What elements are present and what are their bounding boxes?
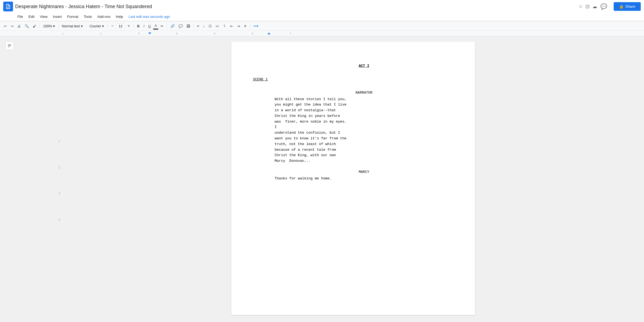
bullet-list-button[interactable]: ≔ [214, 23, 221, 29]
italic-button[interactable]: I [142, 23, 146, 29]
toolbar-divider-4 [107, 23, 108, 29]
svg-rect-1 [7, 7, 9, 8]
ruler: 1 2 3 4 5 6 7 [0, 31, 644, 36]
menu-help[interactable]: Help [114, 14, 125, 20]
toolbar-divider-7 [193, 23, 194, 29]
svg-rect-2 [7, 8, 8, 8]
editing-mode-button[interactable]: ✏▾ [252, 23, 260, 29]
line-numbers: 1 2 3 4 [58, 139, 60, 222]
ruler-mark-7: 7 [290, 32, 291, 35]
text-color-button[interactable]: A [153, 22, 159, 29]
cloud-icon[interactable]: ☁ [592, 4, 597, 9]
font-chevron-icon: ▾ [102, 24, 104, 28]
outline-icon[interactable] [5, 42, 14, 50]
ruler-mark-4: 4 [176, 32, 177, 35]
toolbar-divider-5 [134, 23, 134, 29]
menu-insert[interactable]: Insert [51, 14, 64, 20]
menu-tools[interactable]: Tools [82, 14, 94, 20]
toolbar-divider-2 [58, 23, 58, 29]
font-select[interactable]: Courier ▾ [88, 23, 106, 29]
left-margin: 1 2 3 4 [0, 36, 62, 322]
zoom-chevron-icon: ▾ [53, 24, 55, 28]
star-icon[interactable]: ☆ [578, 4, 583, 9]
zoom-select[interactable]: 100% ▾ [41, 23, 57, 29]
increase-indent-button[interactable]: ⇥ [235, 23, 242, 29]
font-size-input[interactable] [116, 23, 125, 29]
font-size-increase[interactable]: + [125, 23, 132, 29]
svg-rect-4 [8, 45, 11, 46]
decrease-indent-button[interactable]: ⇤ [229, 23, 235, 29]
svg-rect-5 [8, 47, 10, 47]
image-button[interactable]: 🖼 [185, 23, 192, 29]
toolbar-divider-3 [86, 23, 86, 29]
toolbar-divider-1 [40, 23, 40, 29]
redo-button[interactable]: ↪ [9, 23, 15, 29]
folder-icon[interactable]: ⊡ [586, 4, 590, 9]
clear-format-button[interactable]: ✕ [242, 23, 248, 29]
share-button[interactable]: 🔒 Share [614, 2, 641, 11]
narrator-dialogue[interactable]: With all these stories I tell you, you m… [275, 97, 453, 164]
menu-view[interactable]: View [38, 14, 50, 20]
comment-button[interactable]: 💬 [177, 23, 184, 29]
toolbar-divider-8 [250, 23, 250, 29]
font-size-decrease[interactable]: − [109, 23, 116, 29]
marcy-dialogue[interactable]: Thanks for walking me home. [275, 176, 453, 182]
undo-button[interactable]: ↩ [2, 23, 8, 29]
ruler-mark-2: 2 [100, 32, 102, 35]
last-edit-status: Last edit was seconds ago [129, 15, 170, 19]
bold-button[interactable]: B [135, 23, 141, 29]
menu-format[interactable]: Format [65, 14, 80, 20]
ruler-mark-1: 1 [62, 32, 64, 35]
document-title[interactable]: Desperate Nightmares - Jessica Hatem - T… [15, 4, 576, 9]
act-heading: ACT I [275, 63, 453, 69]
comments-button[interactable]: 💬 [599, 2, 608, 11]
app-icon [3, 2, 13, 11]
marcy-character-name: MARCY [275, 169, 453, 175]
number-list-button[interactable]: ⒈ [221, 22, 228, 29]
document-page[interactable]: ACT I SCENE 1 NARRATOR With all these st… [231, 42, 475, 315]
ruler-mark-3: 3 [138, 32, 139, 35]
checklist-button[interactable]: ☑ [207, 23, 213, 29]
paint-format-button[interactable]: 🖌 [31, 23, 38, 29]
narrator-character-name: NARRATOR [275, 90, 453, 96]
style-chevron-icon: ▾ [81, 24, 83, 28]
menu-edit[interactable]: Edit [26, 14, 37, 20]
align-button[interactable]: ≡ [195, 23, 201, 29]
lock-icon: 🔒 [619, 4, 624, 9]
toolbar-divider-6 [167, 23, 167, 29]
link-button[interactable]: 🔗 [169, 23, 176, 29]
ruler-right-marker [268, 32, 270, 34]
underline-button[interactable]: U [147, 23, 152, 29]
font-size-control: − + [109, 23, 132, 29]
svg-rect-3 [8, 44, 11, 45]
svg-rect-0 [7, 7, 9, 7]
ruler-mark-6: 6 [252, 32, 253, 35]
style-select[interactable]: Normal text ▾ [60, 23, 84, 29]
scene-heading: SCENE 1 [253, 77, 453, 82]
ruler-left-marker [148, 32, 151, 34]
highlight-button[interactable]: ✏ [159, 23, 165, 29]
print-button[interactable]: 🖨 [16, 23, 22, 29]
line-spacing-button[interactable]: ↕ [201, 23, 206, 29]
spellcheck-button[interactable]: 🔍 [23, 23, 31, 29]
ruler-mark-5: 5 [214, 32, 215, 35]
menu-addons[interactable]: Add-ons [95, 14, 112, 20]
menu-file[interactable]: File [15, 14, 25, 20]
